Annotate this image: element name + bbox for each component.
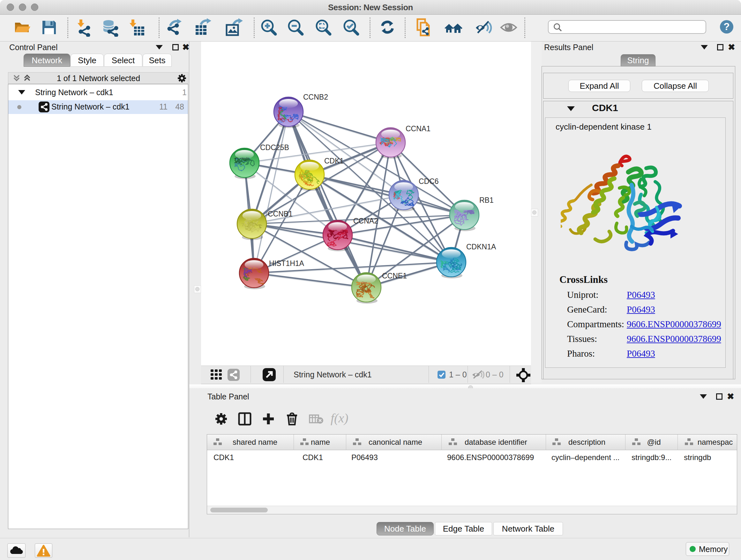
svg-text:CDC25B: CDC25B	[260, 143, 289, 152]
svg-text:CCNB2: CCNB2	[303, 93, 328, 101]
svg-text:CDK1: CDK1	[324, 157, 344, 165]
svg-text:HIST1H1A: HIST1H1A	[269, 259, 305, 267]
svg-text:CCNE1: CCNE1	[382, 272, 407, 280]
svg-text:CDKN1A: CDKN1A	[466, 243, 496, 251]
svg-text:CCNB1: CCNB1	[268, 210, 293, 218]
svg-text:RB1: RB1	[479, 196, 494, 204]
svg-text:CCNA1: CCNA1	[406, 125, 430, 133]
svg-text:CCNA2: CCNA2	[353, 217, 378, 225]
svg-text:CDC6: CDC6	[419, 177, 439, 186]
